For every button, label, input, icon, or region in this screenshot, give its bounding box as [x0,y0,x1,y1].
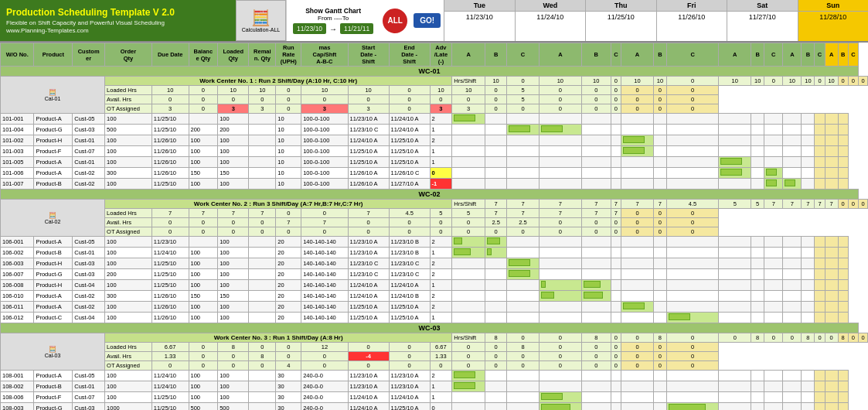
wc01-loaded-row: Loaded Hrs 10 0 10 10 0 10 10 0 10 10 0 … [1,86,868,95]
col-fri-c: C [764,43,783,67]
go-button[interactable]: GO! [414,13,441,28]
wc01-calc-icon: 🧮 Cal-01 [1,77,105,114]
day-thu: Thu 11/25/10 [586,0,656,41]
table-row: 108-001 Product-A Cust-05 100 11/24/10 1… [1,371,868,381]
gantt-from: From ----To [318,15,349,22]
col-product: Product [34,43,73,67]
all-button[interactable]: ALL [383,9,407,33]
day-name-fri: Fri [657,0,727,12]
col-sat-c: C [815,43,825,67]
col-due-date: Due Date [151,43,189,67]
day-headers: Tue 11/23/10 Wed 11/24/10 Thu 11/25/10 F… [444,0,868,41]
table-row: 101-003 Product-F Cust-07 100 11/26/10 1… [1,146,868,157]
day-wed: Wed 11/24/10 [516,0,586,41]
wc01-ot-label: OT Assigned [105,104,152,114]
title-area: Production Scheduling Template V 2.0 Fle… [0,0,236,41]
day-date-fri: 11/26/10 [657,12,727,22]
wc03-stats-header: 🧮 Cal-03 Work Center No. 3 : Run 1 Shift… [1,333,868,343]
table-row: 108-002 Product-B Cust-01 100 11/24/10 1… [1,381,868,392]
main-container: Production Scheduling Template V 2.0 Fle… [0,0,868,410]
wc03-calc-icon: 🧮 Cal-03 [1,333,105,371]
schedule-table: W/O No. Product Customer OrderQty Due Da… [0,43,868,410]
wc01-hrs-sun-a: 0 [838,77,848,86]
table-row: 106-001 Product-A Cust-05 100 11/23/10 1… [1,237,868,248]
day-sun: Sun 11/28/10 [798,0,868,41]
col-customer: Customer [73,43,105,67]
gantt-start-date[interactable]: 11/23/10 [293,23,326,34]
table-row: 106-010 Product-A Cust-02 300 11/26/10 1… [1,291,868,302]
website: www.Planning-Templates.com [6,27,230,34]
calc-area[interactable]: 🧮 Calculation-ALL [236,0,286,41]
calc-icon: 🧮 [251,9,271,27]
wc02-avail-row: Avail. Hrs 0 0 0 0 7 7 0 0 0 0 2.5 2.5 0… [1,218,868,227]
table-row: 106-007 Product-G Cust-03 200 11/25/10 1… [1,269,868,280]
table-row: 101-006 Product-A Cust-02 300 11/26/10 1… [1,168,868,179]
table-row: 108-003 Product-G Cust-03 1000 11/25/10 … [1,403,868,411]
wc02-ot-row: OT Assigned 0 0 0 0 0 0 0 0 0 0 0 0 0 0 … [1,227,868,237]
wc02-stat-hrs-label: Hrs/Shift [452,200,485,209]
wc01-hrs-sat-b: 0 [815,77,825,86]
col-sat-b: B [802,43,815,67]
wc01-hrs-sun-b: 0 [848,77,858,86]
day-name-sat: Sat [727,0,797,12]
wc01-hrs-thu-b: 0 [666,77,718,86]
table-row: 101-007 Product-B Cust-02 100 11/25/10 1… [1,179,868,190]
gantt-controls: Show Gantt Chart From ----To 11/23/10 → … [286,0,380,41]
col-adv-late: Adv/Late(-) [430,43,452,67]
day-date-sat: 11/27/10 [727,12,797,22]
wc03-loaded-row: Loaded Hrs 6.67 0 8 0 0 12 0 0 6.67 0 0 … [1,343,868,352]
wc03-detail: Work Center No. 3 : Run 1 Shift/Day (A:8… [105,333,452,343]
col-sat-a: A [783,43,802,67]
wc03-stat-hrs-label: Hrs/Shift [452,333,485,343]
wc01-hrs-fri-c: 10 [783,77,802,86]
calc-label: Calculation-ALL [242,27,280,32]
day-date-tue: 11/23/10 [444,12,514,22]
col-remain-qty: Remain. Qty [249,43,276,67]
col-sun-c: C [848,43,858,67]
wc03-avail-row: Avail. Hrs 1.33 0 0 8 0 0 -4 0 1.33 0 0 … [1,352,868,361]
col-tue-a: A [452,43,485,67]
wc01-hrs-tue-b: 0 [507,77,540,86]
col-thu-b: B [653,43,666,67]
wc01-loaded-label: Loaded Hrs [105,86,152,95]
wc01-hrs-thu-a: 10 [653,77,666,86]
table-row: 106-002 Product-B Cust-01 100 11/24/10 1… [1,248,868,258]
gantt-end-date[interactable]: 11/21/11 [340,23,373,34]
col-start-date: StartDate -Shift [348,43,389,67]
table-row: 101-001 Product-A Cust-05 100 11/25/10 1… [1,114,868,125]
table-row: 106-012 Product-C Cust-04 100 11/26/10 1… [1,313,868,323]
col-wed-b: B [581,43,611,67]
wc01-hrs-wed-a: 10 [581,77,611,86]
wc01-stats-header: 🧮 Cal-01 Work Center No. 1 : Run 2 Shift… [1,77,868,86]
col-fri-b: B [751,43,764,67]
subtitle: Flexible on Shift Capacity and Powerful … [6,19,230,26]
day-tue: Tue 11/23/10 [444,0,515,41]
gantt-label: Show Gantt Chart [305,7,361,15]
col-loaded-qty: LoadedQty [218,43,249,67]
wc01-hrs-wed-c: 10 [621,77,654,86]
wc03-label: WC-03 [1,323,859,333]
page-title: Production Scheduling Template V 2.0 [6,7,230,18]
wc02-label: WC-02 [1,190,859,200]
day-name-thu: Thu [586,0,655,12]
col-end-date: EndDate -Shift [389,43,430,67]
col-balance-qty: Balance Qty [189,43,218,67]
wc01-hrs-tue-c: 10 [540,77,582,86]
table-row: 108-006 Product-F Cust-07 100 11/25/10 1… [1,392,868,403]
wc01-hrs-sat-c: 10 [825,77,838,86]
col-fri-a: A [719,43,751,67]
wc01-label: WC-01 [1,67,859,77]
table-row: 101-005 Product-A Cust-01 100 11/26/10 1… [1,157,868,168]
wc01-hrs-tue-a: 10 [485,77,507,86]
wc01-hrs-fri-b: 0 [764,77,783,86]
col-wed-a: A [540,43,582,67]
wc02-stats-header: 🧮 Cal-02 Work Center No. 2 : Run 3 Shift… [1,200,868,209]
wc01-label-row: WC-01 [1,67,868,77]
wc01-hrs-sun-c: 0 [859,77,868,86]
table-row: 106-003 Product-H Cust-03 100 11/25/10 1… [1,258,868,269]
col-run-rate: RunRate(UPH) [276,43,301,67]
col-max-cap: masCap/ShftA-B-C [301,43,348,67]
table-row: 101-004 Product-G Cust-03 500 11/25/10 2… [1,125,868,135]
col-thu-a: A [621,43,654,67]
col-order-qty: OrderQty [105,43,152,67]
